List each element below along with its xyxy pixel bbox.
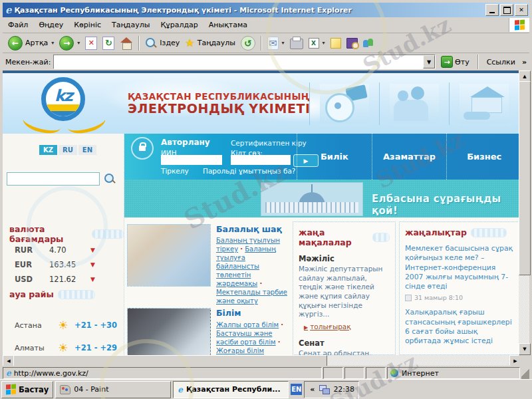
iin-input[interactable] bbox=[161, 155, 222, 165]
history-button[interactable]: ↺ bbox=[238, 35, 258, 52]
menu-file[interactable]: Файл bbox=[3, 19, 33, 31]
section-link[interactable]: Бастауыш және кәсіби орта білім bbox=[216, 330, 276, 346]
menu-favorites[interactable]: Таңдаулы bbox=[106, 19, 155, 31]
news-date-icon bbox=[405, 295, 412, 301]
links-label[interactable]: Ссылки bbox=[484, 58, 518, 66]
scroll-down-button[interactable]: ▼ bbox=[519, 343, 531, 355]
currency-code: RUR bbox=[15, 245, 49, 255]
lang-ru[interactable]: RU bbox=[59, 145, 77, 155]
lang-kz[interactable]: KZ bbox=[39, 145, 57, 155]
menu-view[interactable]: Көрініс bbox=[68, 19, 106, 31]
cert-login-link[interactable]: Сертификатпен кіру bbox=[231, 139, 307, 147]
nav-business[interactable]: Бизнес bbox=[446, 134, 521, 180]
research-book-icon bbox=[346, 38, 358, 49]
menu-edit[interactable]: Өңдеу bbox=[33, 19, 68, 31]
nav-citizens[interactable]: Азаматтар bbox=[372, 134, 447, 180]
task-label: 04 - Paint bbox=[74, 385, 108, 394]
close-button[interactable]: ✕ bbox=[515, 4, 528, 16]
register-link[interactable]: Тіркелу bbox=[161, 167, 189, 175]
refresh-button[interactable]: ↻ bbox=[100, 35, 117, 51]
ornament-decor bbox=[92, 229, 124, 239]
forward-button[interactable]: → ▾ bbox=[57, 35, 82, 52]
ie-task-icon: e bbox=[178, 385, 183, 394]
ornament-decor bbox=[372, 233, 390, 242]
maximize-button[interactable] bbox=[500, 4, 513, 16]
back-button[interactable]: ← Артқа ▾ bbox=[5, 35, 57, 52]
news-item-link[interactable]: Халықаралық ғарыш стансасының ғарышкерле… bbox=[405, 308, 513, 346]
sun-icon: ☀ bbox=[52, 341, 74, 354]
tray-chevron-icon[interactable]: « bbox=[309, 385, 316, 394]
task-label: Қазақстан Республи... bbox=[186, 385, 281, 394]
address-dropdown-icon[interactable]: ▼ bbox=[423, 55, 435, 68]
network-icon[interactable] bbox=[319, 385, 330, 394]
toolbar-separator bbox=[261, 36, 262, 51]
paint-icon bbox=[60, 385, 70, 394]
article-heading: Сенат bbox=[299, 338, 390, 348]
window-title: Қазақстан Республикасының Электрондық үк… bbox=[15, 6, 484, 15]
weather-row-almaty: Алматы ☀ +21 - +29 bbox=[15, 341, 120, 354]
section-link[interactable]: Жалпы орта білім bbox=[216, 321, 279, 329]
site-search-icon[interactable] bbox=[104, 173, 116, 185]
taskbar-task-paint[interactable]: 04 - Paint bbox=[55, 381, 171, 398]
vertical-scroll-thumb[interactable] bbox=[519, 81, 531, 275]
weather-title-text: ауа райы bbox=[9, 289, 54, 299]
forward-dropdown-icon[interactable]: ▾ bbox=[77, 40, 80, 46]
header-image-strip bbox=[303, 82, 512, 125]
go-button[interactable]: → Өту bbox=[438, 55, 472, 68]
password-input[interactable] bbox=[231, 155, 291, 165]
print-button[interactable] bbox=[287, 35, 306, 51]
nav-government[interactable]: Билік bbox=[297, 134, 372, 180]
site-header: kz ҚАЗАҚСТАН РЕСПУБЛИКАСЫНЫҢ ЭЛЕКТРОНДЫҚ… bbox=[3, 73, 521, 134]
links-chevron-icon[interactable]: » bbox=[522, 58, 527, 66]
notes-icon bbox=[331, 38, 341, 49]
start-button[interactable]: Бастау bbox=[1, 381, 53, 398]
articles-title-text: жаңа мақалалар bbox=[299, 227, 368, 247]
taskbar-task-ie[interactable]: e Қазақстан Республи... bbox=[173, 381, 289, 398]
president-banner[interactable]: Елбасына сұрағыңды қой! bbox=[124, 180, 521, 217]
language-indicator[interactable]: EN bbox=[291, 384, 302, 395]
header-image-house-handshake bbox=[449, 82, 512, 125]
vertical-scrollbar[interactable]: ▲ ▼ bbox=[519, 70, 529, 355]
ornament-decor bbox=[58, 290, 95, 299]
articles-column: жаңа мақалалар Мәжіліс Мәжіліс депутатта… bbox=[293, 221, 396, 355]
weather-city: Астана bbox=[15, 321, 52, 330]
minimize-button[interactable] bbox=[485, 4, 499, 16]
ie-logo-icon: e bbox=[5, 4, 12, 16]
discuss-button[interactable] bbox=[328, 37, 344, 50]
resize-grip[interactable] bbox=[521, 367, 529, 379]
home-button[interactable] bbox=[117, 36, 136, 51]
read-more-link[interactable]: ▶толығырақ bbox=[304, 323, 351, 331]
menu-tools[interactable]: Құралдар bbox=[155, 19, 203, 31]
back-dropdown-icon[interactable]: ▾ bbox=[51, 40, 54, 46]
mail-dropdown-icon[interactable]: ▾ bbox=[282, 40, 285, 46]
messenger-button[interactable] bbox=[360, 37, 378, 49]
header-image-family bbox=[379, 82, 442, 125]
site-search-input[interactable] bbox=[7, 172, 100, 186]
status-bar: e http://www.e.gov.kz/ Интернет bbox=[3, 366, 529, 379]
status-url-pane: e http://www.e.gov.kz/ bbox=[3, 367, 322, 379]
mail-icon: ✉ bbox=[267, 37, 279, 50]
address-bar: Мекен-жай: ▼ → Өту Ссылки » bbox=[3, 53, 529, 71]
sidebar: KZ RU EN валюта бағамдары RUR 4.70 bbox=[3, 134, 124, 355]
search-button[interactable]: Іздеу bbox=[142, 36, 182, 51]
ie-window: e Қазақстан Республикасының Электрондық … bbox=[0, 0, 532, 379]
forgot-password-link[interactable]: Парольді ұмыттыңыз ба? bbox=[203, 167, 295, 175]
title-bar: e Қазақстан Республикасының Электрондық … bbox=[3, 3, 529, 17]
section-link[interactable]: Жоғары білім bbox=[216, 347, 264, 354]
research-button[interactable] bbox=[344, 37, 360, 50]
horizontal-scrollbar[interactable]: ◀ ▶ bbox=[3, 355, 521, 366]
go-label: Өту bbox=[455, 58, 469, 66]
stop-button[interactable]: ✕ bbox=[82, 35, 100, 51]
section-link[interactable]: Мектепалды тәрбие және оқыту bbox=[216, 289, 287, 305]
favorites-button[interactable]: ★ Таңдаулы bbox=[182, 35, 238, 51]
edit-button[interactable]: X ▾ bbox=[306, 37, 328, 50]
news-item-link[interactable]: Мемлекет басшысына сұрақ қойғыңыз келе м… bbox=[405, 244, 513, 291]
back-label: Артқа bbox=[25, 39, 48, 47]
lang-en[interactable]: EN bbox=[78, 145, 96, 155]
currency-section-title: валюта бағамдары bbox=[9, 224, 124, 244]
mail-button[interactable]: ✉ ▾ bbox=[265, 35, 287, 51]
edit-dropdown-icon[interactable]: ▾ bbox=[323, 40, 325, 46]
menu-help[interactable]: Анықтама bbox=[203, 19, 253, 31]
scrollbar-corner bbox=[519, 355, 529, 366]
address-input[interactable] bbox=[54, 55, 423, 68]
